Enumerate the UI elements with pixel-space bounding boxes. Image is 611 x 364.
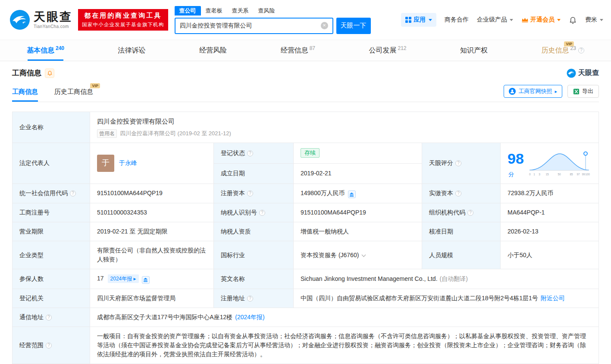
nearby-companies-link[interactable]: 附近公司 xyxy=(541,295,565,302)
tab-operation-risk[interactable]: 经营风险 xyxy=(199,40,227,61)
field-value-insured-count: 172024年报 ▸ xyxy=(90,269,214,289)
tab-history-info[interactable]: VIP 历史信息 23 ? xyxy=(542,40,584,61)
header-nav: 应用 商务合作 企业级产品 开通会员 xyxy=(401,13,603,27)
label-text: 人员规模 xyxy=(429,252,453,258)
field-value-taxpayer-quality: 增值税一般纳税人 xyxy=(294,222,422,241)
search-tab-boss[interactable]: 查老板 xyxy=(201,6,227,16)
label-text: 营业期限 xyxy=(19,228,44,235)
tab-basic-info[interactable]: 基本信息 240 xyxy=(27,40,64,61)
main-tabs: 基本信息 240 法律诉讼 经营风险 经营信息 87 公司发展 212 知识产权… xyxy=(0,40,611,61)
change-record-icon[interactable] xyxy=(348,190,356,198)
search-button[interactable]: 天眼一下 xyxy=(336,18,371,34)
help-icon[interactable]: ? xyxy=(70,190,76,196)
score-unit: 分 xyxy=(508,171,514,177)
nav-enterprise-products[interactable]: 企业级产品 xyxy=(477,16,513,24)
subscribe-bell-icon[interactable] xyxy=(45,68,54,78)
tianyancha-logo[interactable]: 天眼查 TianYanCha.com xyxy=(9,9,72,30)
subtab-business-info[interactable]: 工商信息 xyxy=(12,88,38,102)
help-icon[interactable]: ? xyxy=(247,190,253,196)
status-badge: 存续 xyxy=(301,148,320,158)
promo-banner-line2: 国家中小企业发展子基金旗下机构 xyxy=(82,22,164,28)
field-label-business-term: 营业期限 xyxy=(13,222,90,241)
label-text: 注册地址 xyxy=(221,295,245,302)
help-icon[interactable]: ? xyxy=(467,210,473,216)
search-tab-company[interactable]: 查公司 xyxy=(175,6,201,16)
help-icon[interactable]: ? xyxy=(259,210,265,216)
field-value-legal-rep: 于 于永峰 xyxy=(90,143,214,184)
label-text: 组织机构代码 xyxy=(429,209,465,216)
field-label-reg-address: 注册地址? xyxy=(214,289,294,308)
annual-report-link[interactable]: (2024年报) xyxy=(235,314,264,320)
promo-banner: 都在用的商业查询工具 国家中小企业发展子基金旗下机构 xyxy=(78,9,168,31)
tab-intellectual-property[interactable]: 知识产权 xyxy=(460,40,488,61)
legal-rep-link[interactable]: 于永峰 xyxy=(119,159,137,168)
label-text: 企业名称 xyxy=(19,124,44,131)
field-value-english-name: Sichuan Jinkong Investment Management Co… xyxy=(294,269,599,289)
excel-icon xyxy=(573,88,580,95)
value-text: 资本投资服务 (J6760) xyxy=(301,252,359,258)
apps-grid-icon xyxy=(405,17,411,23)
svg-text:97: 97 xyxy=(577,173,580,176)
nav-open-vip[interactable]: 开通会员 xyxy=(521,16,561,24)
nav-user-name: 费米 xyxy=(585,16,597,24)
help-icon[interactable]: ? xyxy=(578,47,584,53)
help-icon[interactable]: ? xyxy=(46,314,52,320)
search-input[interactable] xyxy=(180,22,321,29)
apps-menu-button[interactable]: 应用 xyxy=(401,13,436,27)
field-value-company-type: 有限责任公司（非自然人投资或控股的法人独资） xyxy=(90,241,214,269)
field-value-mail-address: 成都市高新区交子大道177号中海国际中心A座12楼(2024年报) xyxy=(90,308,599,327)
field-label-company-type: 企业类型 xyxy=(13,241,90,269)
snapshot-icon xyxy=(509,88,516,95)
field-value-reg-status: 存续 xyxy=(294,143,422,163)
former-name-row: 曾用名 四川金控嘉泽有限公司 (2019-02 至 2021-12) xyxy=(97,129,592,138)
help-icon[interactable]: ? xyxy=(247,296,253,302)
svg-text:1: 1 xyxy=(533,173,535,176)
table-row: 营业期限 2019-02-21 至 无固定期限 纳税人资质 增值税一般纳税人 核… xyxy=(13,222,599,241)
clear-search-icon[interactable]: × xyxy=(321,22,328,29)
table-row: 企业类型 有限责任公司（非自然人投资或控股的法人独资） 国标行业 资本投资服务 … xyxy=(13,241,599,269)
nav-user-menu[interactable]: 费米 xyxy=(585,16,603,24)
value-text: 149800万人民币 xyxy=(301,190,345,196)
help-icon[interactable]: ? xyxy=(46,342,52,348)
annual-report-badge[interactable]: 2024年报 ▸ xyxy=(108,274,139,283)
table-row: 企业名称 四川金控投资管理有限公司 曾用名 四川金控嘉泽有限公司 (2019-0… xyxy=(13,112,599,143)
help-icon[interactable]: ? xyxy=(247,150,253,156)
tab-operation-info[interactable]: 经营信息 87 xyxy=(281,40,315,61)
field-value-org-code: MA644PQP-1 xyxy=(501,203,599,222)
field-value-company-name: 四川金控投资管理有限公司 曾用名 四川金控嘉泽有限公司 (2019-02 至 2… xyxy=(90,112,599,143)
official-snapshot-label: 工商官网快照 xyxy=(518,87,552,95)
search-tab-relation[interactable]: 查关系 xyxy=(227,6,254,16)
search-row: × 天眼一下 xyxy=(175,18,371,34)
table-row: 登记机关 四川天府新区市场监督管理局 注册地址? 中国（四川）自由贸易试验区成都… xyxy=(13,289,599,308)
search-input-wrap: × xyxy=(175,18,333,34)
official-snapshot-button[interactable]: 工商官网快照 ▸ xyxy=(504,85,562,98)
label-text: 登记机关 xyxy=(19,295,44,302)
promo-banner-line1: 都在用的商业查询工具 xyxy=(82,12,164,20)
notifications-bell-icon[interactable] xyxy=(569,16,577,24)
help-icon[interactable]: ? xyxy=(455,190,461,196)
search-tab-risk[interactable]: 查风险 xyxy=(254,6,280,16)
legal-rep-avatar[interactable]: 于 xyxy=(97,155,114,172)
svg-text:85: 85 xyxy=(570,173,573,176)
field-label-score: 天眼评分? xyxy=(422,143,501,184)
subtab-label: 历史工商信息 xyxy=(54,88,93,95)
tab-company-development[interactable]: 公司发展 212 xyxy=(369,40,407,61)
tab-label: 历史信息 xyxy=(542,46,569,55)
label-text: 英文名称 xyxy=(221,275,245,282)
change-record-icon[interactable] xyxy=(142,276,150,284)
tab-legal-proceedings[interactable]: 法律诉讼 xyxy=(118,40,146,61)
label-text: 核准日期 xyxy=(429,228,453,235)
label-text: 法定代表人 xyxy=(19,159,50,166)
subtab-history-business-info[interactable]: 历史工商信息 VIP xyxy=(54,88,93,102)
field-value-staff-size: 小于50人 xyxy=(501,241,599,269)
nav-business-cooperation-label: 商务合作 xyxy=(445,16,469,24)
chevron-down-icon[interactable] xyxy=(362,252,366,257)
export-button[interactable]: 导出 xyxy=(567,85,599,98)
help-icon[interactable]: ? xyxy=(455,160,461,166)
score-number: 98分 xyxy=(508,148,524,179)
label-text: 经营范围 xyxy=(19,342,44,348)
nav-business-cooperation[interactable]: 商务合作 xyxy=(445,16,469,24)
svg-text:50: 50 xyxy=(558,173,561,176)
field-value-paid-capital: 72938.2万人民币 xyxy=(501,184,599,203)
field-value-industry: 资本投资服务 (J6760) xyxy=(294,241,422,269)
